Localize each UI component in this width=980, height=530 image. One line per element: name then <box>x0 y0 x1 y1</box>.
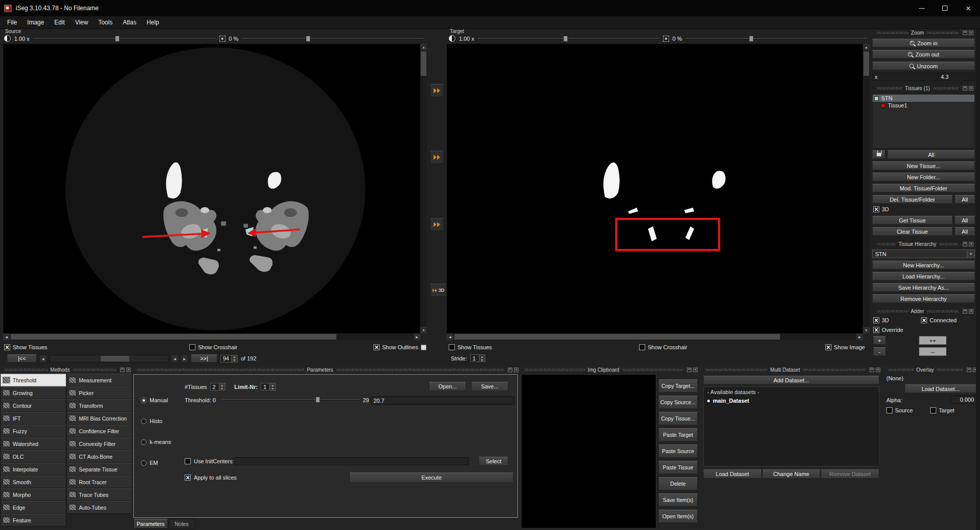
source-vscrollbar[interactable]: ▲ ▼ <box>420 44 427 333</box>
overlay-load-dataset-button[interactable]: Load Dataset... <box>905 384 976 393</box>
source-contrast-slider[interactable] <box>33 35 216 43</box>
method-contour[interactable]: Contour <box>1 399 66 412</box>
show-image-checkbox[interactable] <box>825 344 831 350</box>
overlay-target-checkbox[interactable] <box>930 407 936 413</box>
menu-tools[interactable]: Tools <box>93 19 118 26</box>
transfer-source-to-target-button[interactable] <box>430 84 444 97</box>
dock-float-icon[interactable] <box>870 368 874 372</box>
zoom-factor-value[interactable]: 4.3 <box>939 74 972 80</box>
get-tissue-button[interactable]: Get Tissue <box>872 216 953 225</box>
scroll-track[interactable] <box>863 50 870 327</box>
tissue-filter-all-button[interactable]: All <box>887 150 975 159</box>
mod-tissue-folder-button[interactable]: Mod. Tissue/Folder <box>872 184 975 192</box>
target-contrast-slider[interactable] <box>478 35 659 43</box>
dock-float-icon[interactable] <box>963 309 967 314</box>
slider-groove[interactable] <box>685 38 867 39</box>
method-smooth[interactable]: Smooth <box>1 476 66 488</box>
method-mri-bias-correction[interactable]: MRI Bias Correction <box>67 412 132 425</box>
menu-help[interactable]: Help <box>141 19 164 26</box>
method-growing[interactable]: Growing <box>1 386 66 399</box>
load-hierarchy-button[interactable]: Load Hierarchy... <box>872 272 975 281</box>
scroll-thumb[interactable] <box>454 334 780 340</box>
spin-down-icon[interactable] <box>479 358 485 361</box>
method-fuzzy[interactable]: Fuzzy <box>1 425 66 437</box>
zoom-out-button[interactable]: − Zoom out <box>872 50 975 59</box>
scroll-down-icon[interactable]: ▼ <box>863 327 870 333</box>
method-olc[interactable]: OLC <box>1 450 66 463</box>
target-vscrollbar[interactable]: ▲ ▼ <box>863 44 870 333</box>
save-items-button[interactable]: Save Item(s) <box>658 493 698 507</box>
slider-handle[interactable] <box>563 36 568 42</box>
slice-slider-thumb[interactable] <box>101 356 129 361</box>
open-params-button[interactable]: Open... <box>429 382 466 391</box>
menu-view[interactable]: View <box>70 19 93 26</box>
scroll-left-icon[interactable]: ◀ <box>447 333 453 340</box>
dataset-item-main[interactable]: main_Dataset <box>707 398 875 404</box>
add-dataset-button[interactable]: Add Dataset... <box>703 376 879 384</box>
mode-manual-radio[interactable] <box>141 398 147 403</box>
spin-down-icon[interactable] <box>270 387 275 390</box>
method-edge[interactable]: Edge <box>1 501 66 514</box>
dock-float-icon[interactable] <box>967 368 971 372</box>
paste-source-button[interactable]: Paste Source <box>658 444 698 458</box>
slider-groove[interactable] <box>221 399 360 400</box>
slider-handle[interactable] <box>315 397 320 403</box>
transfer-slice-button[interactable] <box>430 151 444 164</box>
clipboard-item-list[interactable] <box>521 374 656 528</box>
subtract-button[interactable]: - <box>873 347 886 356</box>
slider-groove[interactable] <box>242 38 424 39</box>
first-slice-button[interactable]: |<< <box>7 354 37 362</box>
source-brightness-slider[interactable] <box>242 35 424 43</box>
scroll-track[interactable] <box>10 333 414 340</box>
method-transform[interactable]: Transform <box>67 399 132 412</box>
menu-edit[interactable]: Edit <box>49 19 70 26</box>
threshold-slider[interactable] <box>221 396 360 404</box>
method-separate-tissue[interactable]: Separate Tissue <box>67 463 132 476</box>
slice-slider[interactable] <box>49 355 168 362</box>
hierarchy-select[interactable]: STN <box>872 249 975 258</box>
target-hscrollbar[interactable]: ◀ ▶ <box>447 333 863 340</box>
paste-tissue-button[interactable]: Paste Tissue <box>658 461 698 474</box>
slider-groove[interactable] <box>478 38 659 39</box>
tissue-tree-item-stn[interactable]: STN <box>873 95 974 102</box>
show-crosshair-checkbox[interactable] <box>639 344 645 350</box>
select-initcenters-button[interactable]: Select <box>479 457 508 466</box>
copy-target-button[interactable]: Copy Target... <box>658 379 698 393</box>
subtract-all-button[interactable]: -- <box>919 347 946 356</box>
tab-parameters[interactable]: Parameters <box>133 519 168 528</box>
scroll-track[interactable] <box>453 333 856 340</box>
slice-spinner[interactable]: 94 <box>220 355 238 362</box>
tissues-count-spinner[interactable]: 2 <box>210 383 225 390</box>
initcenters-field[interactable] <box>234 457 469 465</box>
source-canvas[interactable] <box>3 44 420 333</box>
method-feature[interactable]: Feature <box>1 514 66 526</box>
dock-float-icon[interactable] <box>687 368 691 372</box>
spin-down-icon[interactable] <box>219 387 225 390</box>
method-root-tracer[interactable]: Root Tracer <box>67 476 132 488</box>
method-threshold[interactable]: Threshold <box>1 374 66 386</box>
lock-tissues-button[interactable] <box>872 150 885 159</box>
source-hscrollbar[interactable]: ◀ ▶ <box>3 333 420 340</box>
menu-image[interactable]: Image <box>22 19 49 26</box>
slider-groove[interactable] <box>33 38 216 39</box>
dock-close-icon[interactable] <box>969 31 973 35</box>
scroll-right-icon[interactable]: ▶ <box>414 333 420 340</box>
prev-slice-icon[interactable]: ◀ <box>40 355 46 362</box>
remove-hierarchy-button[interactable]: Remove Hierarchy <box>872 294 975 303</box>
transfer-3d-button[interactable]: 3D <box>430 284 447 297</box>
dataset-list[interactable]: - Available datasets - main_Dataset <box>703 386 879 466</box>
copy-source-button[interactable]: Copy Source... <box>658 396 698 409</box>
tab-notes[interactable]: Notes <box>168 519 195 528</box>
alpha-value-field[interactable]: 0.000 <box>950 396 976 404</box>
slider-handle[interactable] <box>115 36 120 42</box>
target-canvas[interactable] <box>447 44 863 333</box>
remove-dataset-button[interactable]: Remove Dataset <box>821 469 879 479</box>
dock-close-icon[interactable] <box>969 242 973 246</box>
last-slice-button[interactable]: >>| <box>191 354 217 362</box>
scroll-thumb[interactable] <box>863 51 869 76</box>
overlay-source-checkbox[interactable] <box>886 407 892 413</box>
show-outlines-checkbox[interactable] <box>373 344 380 350</box>
slider-handle[interactable] <box>749 36 754 42</box>
dock-close-icon[interactable] <box>126 368 131 372</box>
dock-float-icon[interactable] <box>120 368 125 372</box>
